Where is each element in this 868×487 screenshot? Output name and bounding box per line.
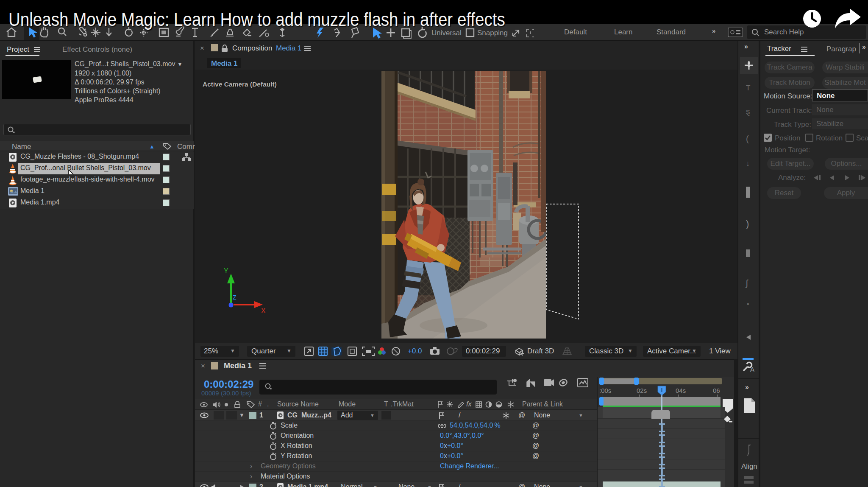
svg-text:A: A <box>750 366 754 372</box>
svg-text:Y: Y <box>224 267 228 274</box>
svg-text:Z: Z <box>233 294 236 301</box>
svg-text:X: X <box>261 307 266 314</box>
